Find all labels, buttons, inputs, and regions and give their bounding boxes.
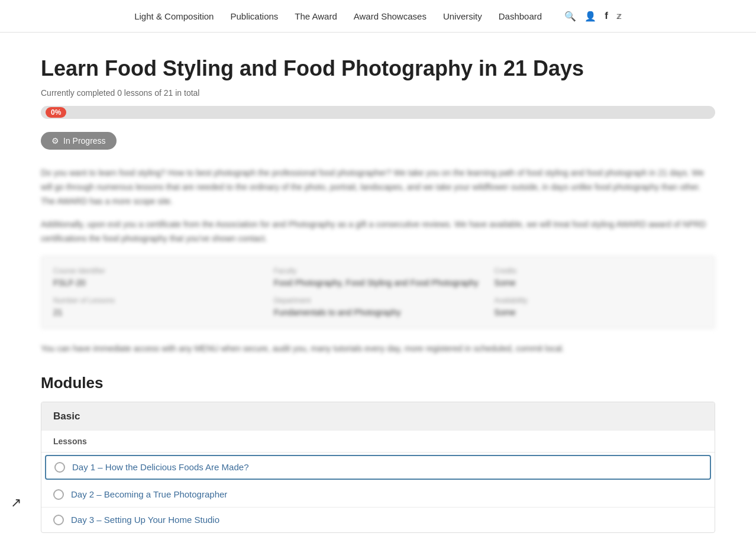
lesson-radio-day2: [53, 489, 64, 500]
lesson-label-day2: Day 2 – Becoming a True Photographer: [71, 489, 227, 499]
info-value-5: Some: [494, 308, 516, 317]
status-label: In Progress: [63, 136, 106, 146]
footer-text: You can have immediate access with any M…: [41, 342, 715, 356]
user-icon[interactable]: 👤: [584, 11, 596, 22]
info-cell-1: Faculty Food Photography, Food Styling a…: [274, 267, 483, 288]
info-value-4: Fundamentals to and Photography: [274, 308, 401, 317]
nav-light-composition[interactable]: Light & Composition: [134, 11, 214, 21]
lesson-radio-day3: [53, 515, 64, 525]
info-value-3: 21: [53, 308, 63, 317]
info-table: Course Identifier FSLF-20 Faculty Food P…: [41, 256, 715, 329]
info-cell-4: Department Fundamentals to and Photograp…: [274, 296, 483, 318]
nav-university[interactable]: University: [443, 11, 482, 21]
info-cell-0: Course Identifier FSLF-20: [53, 267, 262, 288]
info-value-2: Some: [494, 278, 516, 287]
lesson-item-day1[interactable]: Day 1 – How the Delicious Foods Are Made…: [45, 455, 711, 480]
info-label-0: Course Identifier: [53, 267, 262, 275]
nav-publications[interactable]: Publications: [230, 11, 278, 21]
info-label-1: Faculty: [274, 267, 483, 275]
nav-the-award[interactable]: The Award: [295, 11, 337, 21]
description-2: Additionally, upon exit you a certificat…: [41, 218, 715, 246]
main-content: Learn Food Styling and Food Photography …: [23, 33, 733, 546]
info-value-1: Food Photography, Food Styling and Food …: [274, 278, 479, 287]
info-label-4: Department: [274, 296, 483, 305]
lesson-label-day3: Day 3 – Setting Up Your Home Studio: [71, 515, 219, 525]
nav-icon-group: 🔍 👤 f 𝕫: [564, 10, 622, 22]
progress-bar-container: 0%: [41, 106, 715, 119]
info-cell-2: Credits Some: [494, 267, 703, 288]
facebook-icon[interactable]: f: [605, 10, 608, 22]
lesson-item-day3[interactable]: Day 3 – Setting Up Your Home Studio: [41, 508, 715, 532]
twitter-icon[interactable]: 𝕫: [616, 11, 622, 21]
page-title: Learn Food Styling and Food Photography …: [41, 56, 715, 81]
info-label-2: Credits: [494, 267, 703, 275]
modules-title: Modules: [41, 374, 715, 392]
info-label-3: Number of Lessons: [53, 296, 262, 305]
module-section: Basic Lessons Day 1 – How the Delicious …: [41, 402, 715, 533]
module-header: Basic: [41, 402, 715, 431]
nav-dashboard[interactable]: Dashboard: [499, 11, 542, 21]
info-cell-3: Number of Lessons 21: [53, 296, 262, 318]
status-button[interactable]: ⚙ In Progress: [41, 132, 117, 150]
progress-label: 0%: [46, 107, 66, 118]
progress-text: Currently completed 0 lessons of 21 in t…: [41, 88, 715, 98]
lesson-radio-day1: [54, 462, 65, 473]
search-icon[interactable]: 🔍: [564, 11, 576, 22]
lessons-header: Lessons: [41, 431, 715, 453]
nav-award-showcases[interactable]: Award Showcases: [354, 11, 427, 21]
description-1: Do you want to learn food styling? How t…: [41, 166, 715, 208]
gear-icon: ⚙: [51, 136, 59, 146]
info-label-5: Availability: [494, 296, 703, 305]
lesson-label-day1: Day 1 – How the Delicious Foods Are Made…: [72, 462, 248, 472]
lesson-item-day2[interactable]: Day 2 – Becoming a True Photographer: [41, 482, 715, 508]
arrow-icon[interactable]: ↗: [11, 495, 21, 511]
info-value-0: FSLF-20: [53, 278, 85, 287]
info-cell-5: Availability Some: [494, 296, 703, 318]
main-nav: Light & Composition Publications The Awa…: [0, 0, 756, 33]
